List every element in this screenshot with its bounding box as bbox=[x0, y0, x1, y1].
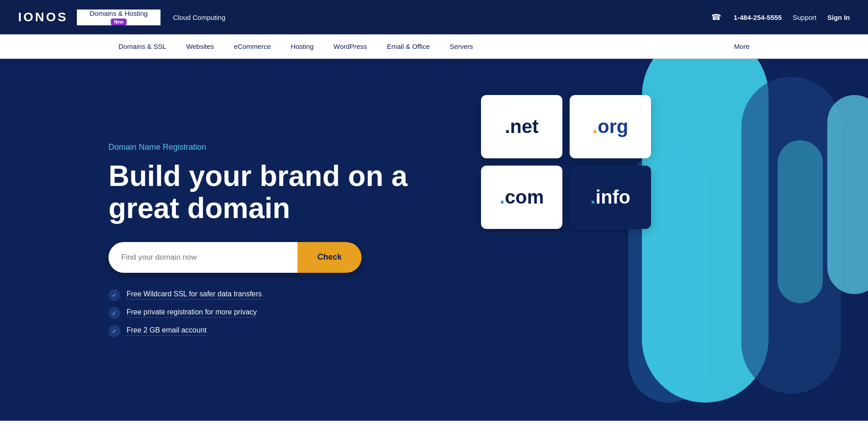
sign-in-button[interactable]: Sign In bbox=[827, 14, 850, 21]
hero-content: Domain Name Registration Build your bran… bbox=[108, 143, 479, 337]
logo-area: IONOS Domains & Hosting New Cloud Comput… bbox=[18, 10, 238, 25]
bar-right-1 bbox=[827, 95, 868, 294]
top-nav-tabs: Domains & Hosting New Cloud Computing bbox=[77, 10, 238, 25]
domain-card-org: .org bbox=[570, 95, 651, 158]
bar-right-2 bbox=[778, 140, 823, 303]
top-bar: IONOS Domains & Hosting New Cloud Comput… bbox=[0, 0, 868, 34]
brand-logo: IONOS bbox=[18, 10, 68, 24]
nav-servers[interactable]: Servers bbox=[440, 34, 483, 58]
domain-search-button[interactable]: Check bbox=[297, 242, 362, 273]
nav-ecommerce[interactable]: eCommerce bbox=[224, 34, 281, 58]
feature-privacy-text: Free private registration for more priva… bbox=[127, 308, 257, 318]
domain-cards: .net .org .com .info bbox=[481, 95, 651, 229]
feature-privacy: ✓ Free private registration for more pri… bbox=[108, 307, 479, 319]
feature-ssl: ✓ Free Wildcard SSL for safer data trans… bbox=[108, 289, 479, 301]
domain-card-info: .info bbox=[570, 166, 651, 229]
feature-ssl-text: Free Wildcard SSL for safer data transfe… bbox=[127, 290, 262, 299]
check-icon-ssl: ✓ bbox=[108, 289, 120, 301]
domain-card-com: .com bbox=[481, 166, 562, 229]
hero-title: Build your brand on a great domain bbox=[108, 160, 479, 224]
domain-search-bar: Check bbox=[108, 242, 362, 273]
tab-cloud-computing[interactable]: Cloud Computing bbox=[160, 10, 238, 25]
hero-visuals: .net .org .com .info bbox=[434, 59, 868, 421]
secondary-nav: Domains & SSL Websites eCommerce Hosting… bbox=[0, 34, 868, 59]
domain-card-net: .net bbox=[481, 95, 562, 158]
hero-subtitle: Domain Name Registration bbox=[108, 143, 479, 152]
domain-net-text: .net bbox=[505, 116, 539, 138]
nav-email-office[interactable]: Email & Office bbox=[377, 34, 440, 58]
nav-domains-ssl[interactable]: Domains & SSL bbox=[108, 34, 176, 58]
feature-email: ✓ Free 2 GB email account bbox=[108, 325, 479, 337]
new-badge: New bbox=[111, 19, 127, 25]
nav-more[interactable]: More bbox=[724, 34, 760, 58]
tab-domains-hosting[interactable]: Domains & Hosting New bbox=[77, 10, 160, 25]
support-link[interactable]: Support bbox=[793, 14, 816, 21]
top-right-actions: ☎ 1-484-254-5555 Support Sign In bbox=[711, 12, 850, 22]
nav-websites[interactable]: Websites bbox=[176, 34, 224, 58]
hero-section: .net .org .com .info Domain Name Regist bbox=[0, 59, 868, 421]
domain-org-text: .org bbox=[592, 116, 628, 138]
nav-hosting[interactable]: Hosting bbox=[281, 34, 324, 58]
features-list: ✓ Free Wildcard SSL for safer data trans… bbox=[108, 289, 479, 337]
check-icon-email: ✓ bbox=[108, 325, 120, 337]
domain-com-text: .com bbox=[500, 186, 544, 208]
domain-info-text: .info bbox=[590, 186, 631, 208]
nav-wordpress[interactable]: WordPress bbox=[324, 34, 377, 58]
check-icon-privacy: ✓ bbox=[108, 307, 120, 319]
feature-email-text: Free 2 GB email account bbox=[127, 326, 207, 336]
phone-number[interactable]: 1-484-254-5555 bbox=[734, 14, 782, 21]
phone-icon: ☎ bbox=[711, 12, 721, 22]
domain-search-input[interactable] bbox=[108, 242, 297, 273]
